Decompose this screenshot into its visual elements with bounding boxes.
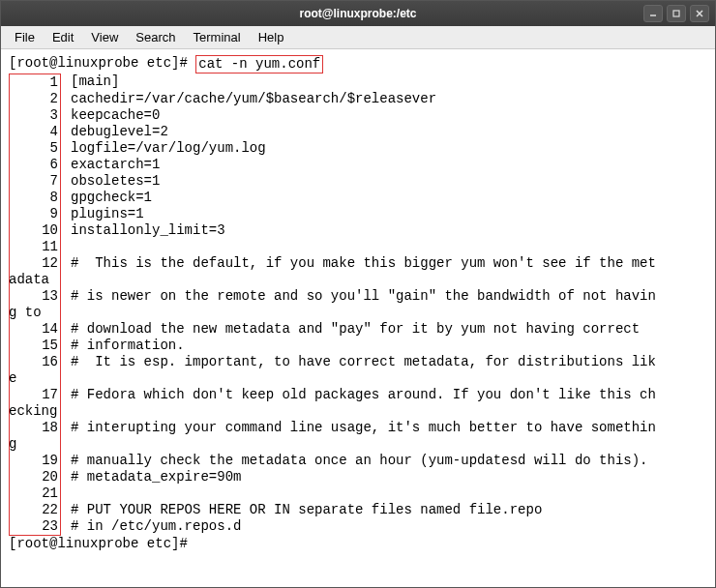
wrap-line: ecking <box>9 403 707 420</box>
output-line: 8gpgcheck=1 <box>9 190 707 206</box>
wrap-line: g <box>9 436 707 453</box>
line-text: exactarch=1 <box>61 157 160 173</box>
maximize-icon <box>671 9 681 18</box>
line-number: 21 <box>9 485 61 502</box>
line-number: 5 <box>9 140 61 157</box>
line-number: 17 <box>9 387 61 403</box>
output-line: 22# PUT YOUR REPOS HERE OR IN separate f… <box>9 502 707 518</box>
output-line: 1[main] <box>9 74 707 91</box>
line-number: 19 <box>9 453 61 469</box>
output-line: 13# is newer on the remote and so you'll… <box>9 288 707 305</box>
titlebar: root@linuxprobe:/etc <box>1 1 715 26</box>
output-line: 14# download the new metadata and "pay" … <box>9 321 707 338</box>
line-text: plugins=1 <box>61 206 144 222</box>
close-button[interactable] <box>690 5 709 22</box>
wrap-text: ecking <box>9 403 57 420</box>
line-number: 13 <box>9 288 61 305</box>
line-number: 7 <box>9 173 61 190</box>
line-number: 9 <box>9 206 61 222</box>
line-text: logfile=/var/log/yum.log <box>61 140 266 157</box>
wrap-filler <box>61 403 78 420</box>
line-text <box>61 485 78 502</box>
terminal-output[interactable]: [root@linuxprobe etc]# cat -n yum.conf1[… <box>1 49 715 587</box>
line-number: 12 <box>9 255 61 272</box>
minimize-button[interactable] <box>643 5 663 22</box>
window-title: root@linuxprobe:/etc <box>299 7 416 20</box>
line-text: # is newer on the remote and so you'll "… <box>61 288 656 305</box>
line-text: cachedir=/var/cache/yum/$basearch/$relea… <box>61 91 436 107</box>
output-line: 23# in /etc/yum.repos.d <box>9 518 707 536</box>
output-line: 12# This is the default, if you make thi… <box>9 255 707 272</box>
line-text: # metadata_expire=90m <box>61 469 241 485</box>
line-number: 6 <box>9 157 61 173</box>
minimize-icon <box>648 9 658 18</box>
line-text <box>61 239 78 255</box>
output-line: 10installonly_limit=3 <box>9 222 707 239</box>
menubar: File Edit View Search Terminal Help <box>1 26 715 49</box>
line-number: 2 <box>9 91 61 107</box>
prompt: [root@linuxprobe etc]# <box>9 536 188 552</box>
line-number: 22 <box>9 502 61 518</box>
line-number: 4 <box>9 124 61 140</box>
output-line: 21 <box>9 485 707 502</box>
menu-search[interactable]: Search <box>128 28 183 46</box>
menu-terminal[interactable]: Terminal <box>186 28 249 46</box>
output-line: 3keepcache=0 <box>9 107 707 124</box>
window-controls <box>643 5 709 22</box>
line-text: keepcache=0 <box>61 107 160 124</box>
line-text: # manually check the metadata once an ho… <box>61 453 648 469</box>
line-number: 1 <box>9 74 61 91</box>
line-text: installonly_limit=3 <box>61 222 225 239</box>
menu-help[interactable]: Help <box>251 28 292 46</box>
prompt: [root@linuxprobe etc]# <box>9 55 195 74</box>
output-line: 16# It is esp. important, to have correc… <box>9 354 707 370</box>
wrap-text: g to <box>9 305 42 321</box>
output-line: 20# metadata_expire=90m <box>9 469 707 485</box>
close-icon <box>695 9 704 18</box>
output-line: 4debuglevel=2 <box>9 124 707 140</box>
line-number: 10 <box>9 222 61 239</box>
svg-rect-1 <box>673 11 679 16</box>
line-text: # interupting your command line usage, i… <box>61 420 656 436</box>
line-number: 8 <box>9 190 61 206</box>
wrap-filler <box>61 305 78 321</box>
line-text: # PUT YOUR REPOS HERE OR IN separate fil… <box>61 502 542 518</box>
line-text: # download the new metadata and "pay" fo… <box>61 321 640 338</box>
wrap-line: g to <box>9 305 707 321</box>
output-line: 18# interupting your command line usage,… <box>9 420 707 436</box>
line-text: gpgcheck=1 <box>61 190 152 206</box>
output-line: 15# information. <box>9 338 707 354</box>
line-text: # in /etc/yum.repos.d <box>61 518 241 536</box>
line-text: [main] <box>61 74 119 91</box>
terminal-window: root@linuxprobe:/etc File Edit View Sear… <box>0 0 716 588</box>
line-text: # It is esp. important, to have correct … <box>61 354 656 370</box>
menu-edit[interactable]: Edit <box>45 28 81 46</box>
line-number: 11 <box>9 239 61 255</box>
line-number: 3 <box>9 107 61 124</box>
menu-file[interactable]: File <box>7 28 43 46</box>
wrap-filler <box>61 436 78 453</box>
line-number: 15 <box>9 338 61 354</box>
wrap-line: e <box>9 370 707 387</box>
line-number: 16 <box>9 354 61 370</box>
line-text: obsoletes=1 <box>61 173 160 190</box>
command-highlight: cat -n yum.conf <box>195 55 323 74</box>
wrap-text: e <box>9 370 16 387</box>
wrap-filler <box>61 370 78 387</box>
output-line: 2cachedir=/var/cache/yum/$basearch/$rele… <box>9 91 707 107</box>
line-number: 23 <box>9 518 61 536</box>
line-number: 20 <box>9 469 61 485</box>
wrap-line: adata <box>9 272 707 288</box>
wrap-text: adata <box>9 272 49 288</box>
line-text: # This is the default, if you make this … <box>61 255 656 272</box>
output-line: 7obsoletes=1 <box>9 173 707 190</box>
line-text: debuglevel=2 <box>61 124 168 140</box>
wrap-filler <box>61 272 78 288</box>
maximize-button[interactable] <box>667 5 686 22</box>
line-text: # Fedora which don't keep old packages a… <box>61 387 656 403</box>
wrap-text: g <box>9 436 16 453</box>
output-line: 19# manually check the metadata once an … <box>9 453 707 469</box>
menu-view[interactable]: View <box>83 28 126 46</box>
line-number: 18 <box>9 420 61 436</box>
line-text: # information. <box>61 338 185 354</box>
